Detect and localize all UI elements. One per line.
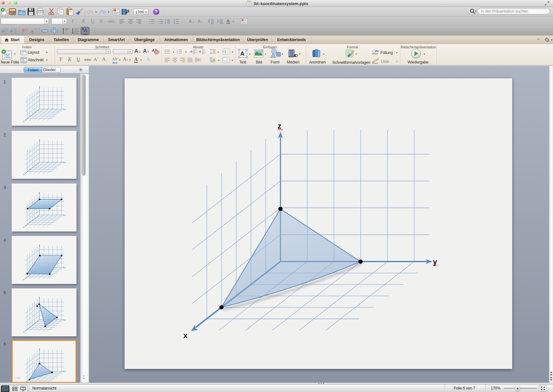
svg-text:A: A <box>213 58 215 62</box>
svg-text:A: A <box>240 50 245 57</box>
svg-text:http: http <box>15 376 21 380</box>
svg-text:3: 3 <box>158 22 159 24</box>
svg-text:3: 3 <box>177 52 178 54</box>
